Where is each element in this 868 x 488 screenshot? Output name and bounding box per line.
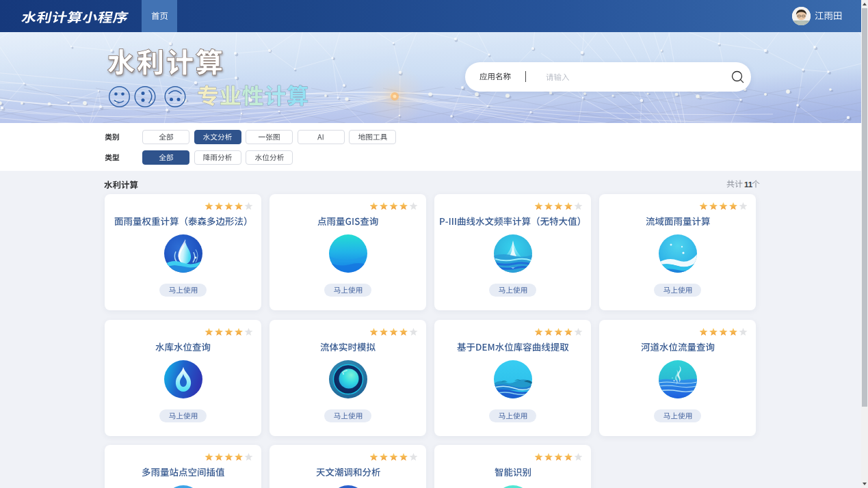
- svg-text:11: 11: [744, 180, 753, 189]
